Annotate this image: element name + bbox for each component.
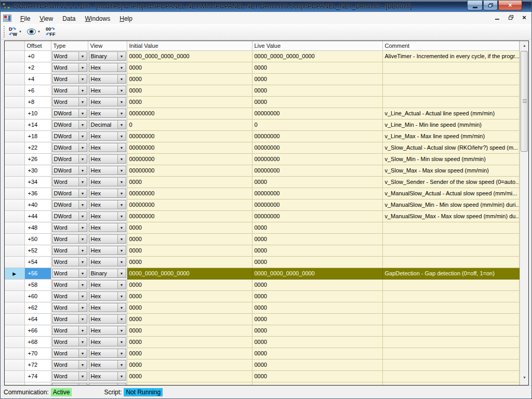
view-dropdown[interactable]: Hex ▼	[89, 223, 126, 232]
initial-value-cell[interactable]: 0000	[127, 348, 252, 359]
dropdown-arrow-button[interactable]: ▼	[117, 98, 126, 106]
type-dropdown[interactable]: Word ▼	[52, 257, 87, 267]
type-dropdown[interactable]: DWord ▼	[52, 120, 87, 129]
live-value-cell[interactable]: 00000000	[252, 165, 382, 176]
comment-cell[interactable]: v_ManualSlow_Min - Min slow speed (mm/mi…	[382, 199, 520, 210]
initial-value-cell[interactable]: 00000000	[127, 142, 252, 153]
dropdown-arrow-button[interactable]: ▼	[117, 155, 126, 163]
initial-value-cell[interactable]: 0000	[127, 222, 252, 233]
initial-value-cell[interactable]: 0000	[127, 85, 252, 96]
dropdown-arrow-button[interactable]: ▼	[117, 212, 126, 220]
live-value-cell[interactable]: 0000	[252, 73, 382, 85]
dropdown-arrow-button[interactable]: ▼	[78, 326, 87, 335]
offset-cell[interactable]: +60	[24, 290, 51, 302]
initial-value-cell[interactable]: 0000	[127, 370, 252, 382]
comment-cell[interactable]	[382, 222, 520, 233]
dropdown-arrow-button[interactable]: ▼	[78, 292, 87, 300]
type-dropdown[interactable]: Word ▼	[52, 337, 87, 347]
dropdown-arrow-button[interactable]: ▼	[78, 281, 87, 289]
view-eye-button[interactable]: ▼	[25, 28, 42, 36]
type-dropdown[interactable]: DWord ▼	[52, 211, 87, 221]
live-value-cell[interactable]: 0000	[252, 279, 382, 290]
dropdown-arrow-button[interactable]: ▼	[78, 121, 87, 129]
type-dropdown[interactable]: Word ▼	[52, 383, 87, 385]
type-dropdown[interactable]: DWord ▼	[52, 109, 87, 118]
column-header-view[interactable]: View	[88, 41, 127, 50]
offset-cell[interactable]: +8	[24, 96, 51, 108]
initial-value-cell[interactable]: 0000	[127, 336, 252, 348]
row-indicator-cell[interactable]	[5, 233, 24, 245]
row-indicator-cell[interactable]	[5, 153, 24, 165]
row-indicator-cell[interactable]	[5, 73, 24, 85]
initial-value-cell[interactable]: 0000	[127, 359, 252, 370]
mdi-restore-button[interactable]	[507, 14, 514, 21]
type-dropdown[interactable]: DWord ▼	[52, 143, 87, 152]
live-value-cell[interactable]: 00000000	[252, 210, 382, 222]
type-dropdown[interactable]: Word ▼	[52, 371, 87, 381]
offset-cell[interactable]: +44	[24, 210, 51, 222]
initial-value-cell[interactable]: 0000	[127, 325, 252, 336]
offset-cell[interactable]: +62	[24, 302, 51, 313]
row-indicator-cell[interactable]	[5, 336, 24, 348]
view-dropdown[interactable]: Hex ▼	[89, 280, 126, 289]
live-value-cell[interactable]: 0000	[252, 85, 382, 96]
type-dropdown[interactable]: Word ▼	[52, 234, 87, 244]
offset-cell[interactable]: +30	[24, 165, 51, 176]
type-dropdown[interactable]: Word ▼	[52, 303, 87, 312]
row-indicator-cell[interactable]	[5, 302, 24, 313]
row-indicator-cell[interactable]	[5, 165, 24, 176]
dropdown-arrow-button[interactable]: ▼	[117, 75, 126, 83]
offset-cell[interactable]: +70	[24, 348, 51, 359]
initial-value-cell[interactable]: 00000000	[127, 188, 252, 199]
dropdown-arrow-button[interactable]: ▼	[78, 52, 87, 60]
offset-cell[interactable]: +6	[24, 85, 51, 96]
dropdown-arrow-button[interactable]: ▼	[78, 155, 87, 163]
dropdown-arrow-button[interactable]: ▼	[78, 98, 87, 106]
view-dropdown[interactable]: Hex ▼	[89, 86, 126, 95]
dropdown-arrow-button[interactable]: ▼	[78, 212, 87, 220]
live-value-cell[interactable]: 0000	[252, 62, 382, 73]
comment-cell[interactable]	[382, 370, 520, 382]
view-dropdown[interactable]: Hex ▼	[89, 74, 126, 84]
dropdown-arrow-button[interactable]: ▼	[117, 121, 126, 129]
dropdown-arrow-button[interactable]: ▼	[117, 235, 126, 243]
view-dropdown[interactable]: Hex ▼	[89, 154, 126, 164]
comment-cell[interactable]	[382, 256, 520, 268]
type-dropdown[interactable]: Word ▼	[52, 86, 87, 95]
column-header-offset[interactable]: Offset	[24, 41, 51, 50]
view-dropdown[interactable]: Binary ▼	[89, 269, 126, 278]
view-dropdown[interactable]: Hex ▼	[89, 189, 126, 198]
live-value-cell[interactable]: 0000	[252, 290, 382, 302]
vertical-scrollbar[interactable]: ▲ ▼	[520, 41, 528, 385]
dropdown-arrow-button[interactable]: ▼	[78, 201, 87, 209]
dropdown-arrow-button[interactable]: ▼	[117, 303, 126, 312]
toolbar-grip[interactable]	[3, 26, 5, 37]
dropdown-arrow-button[interactable]: ▼	[117, 315, 126, 323]
live-value-cell[interactable]: 0000_0000_0000_0000	[252, 268, 382, 279]
live-value-cell[interactable]: 0000	[252, 336, 382, 348]
type-dropdown[interactable]: DWord ▼	[52, 189, 87, 198]
comment-cell[interactable]: v_Line_Min - Min line speed (mm/min)	[382, 119, 520, 130]
menu-file[interactable]: File	[16, 14, 35, 24]
initial-value-cell[interactable]: 0000	[127, 176, 252, 188]
comment-cell[interactable]: v_ManualSlow_Actual - Actual slow speed …	[382, 188, 520, 199]
type-dropdown[interactable]: DWord ▼	[52, 166, 87, 175]
dropdown-arrow-button[interactable]: ▼	[78, 269, 87, 277]
dropdown-arrow-button[interactable]: ▼	[117, 338, 126, 346]
offset-cell[interactable]: +14	[24, 119, 51, 130]
view-dropdown[interactable]: Hex ▼	[89, 360, 126, 369]
type-dropdown[interactable]: Word ▼	[52, 63, 87, 72]
initial-value-cell[interactable]: 0000_0000_0000_0000	[127, 50, 252, 62]
comment-cell[interactable]: GapDetection - Gap detection (0=off, 1=o…	[382, 268, 520, 279]
initial-value-cell[interactable]: 0000	[127, 73, 252, 85]
live-value-cell[interactable]: 0000	[252, 302, 382, 313]
view-dropdown[interactable]: Hex ▼	[89, 177, 126, 187]
row-indicator-cell[interactable]	[5, 370, 24, 382]
column-header-comment[interactable]: Comment	[382, 41, 520, 50]
dropdown-arrow-button[interactable]: ▼	[117, 349, 126, 357]
offset-cell[interactable]: +56	[24, 268, 51, 279]
live-value-cell[interactable]: 0000	[252, 96, 382, 108]
offset-cell[interactable]: +48	[24, 222, 51, 233]
live-value-cell[interactable]: 0000	[252, 348, 382, 359]
dropdown-arrow-button[interactable]: ▼	[117, 132, 126, 140]
